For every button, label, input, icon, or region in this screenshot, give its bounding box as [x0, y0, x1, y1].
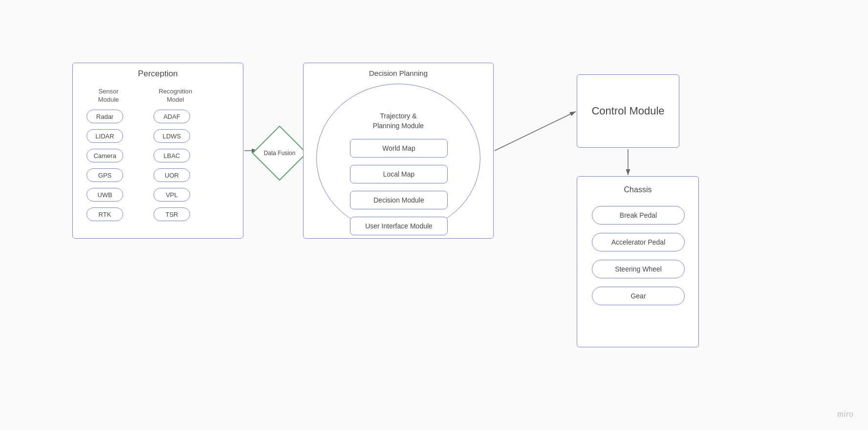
data-fusion-diamond	[252, 125, 307, 181]
pill-radar[interactable]: Radar	[87, 110, 123, 123]
pill-tsr[interactable]: TSR	[153, 207, 190, 221]
control-module-title: Control Module	[591, 105, 664, 117]
decision-module-item[interactable]: Decision Module	[350, 191, 448, 209]
pill-rtk[interactable]: RTK	[87, 207, 123, 221]
recognition-label: RecognitionModel	[153, 88, 197, 104]
decision-planning-box: Decision Planning Trajectory &Planning M…	[303, 63, 494, 239]
pill-vpl[interactable]: VPL	[153, 188, 190, 202]
local-map-item[interactable]: Local Map	[350, 165, 448, 183]
miro-watermark: miro	[837, 409, 853, 419]
pill-adaf[interactable]: ADAF	[153, 110, 190, 123]
accelerator-pedal-pill[interactable]: Accelerator Pedal	[592, 233, 685, 251]
gear-pill[interactable]: Gear	[592, 287, 685, 305]
trajectory-label: Trajectory &Planning Module	[373, 112, 424, 131]
chassis-box: Chassis Break Pedal Accelerator Pedal St…	[577, 176, 699, 347]
pill-camera[interactable]: Camera	[87, 149, 123, 162]
steering-wheel-pill[interactable]: Steering Wheel	[592, 260, 685, 278]
world-map-item[interactable]: World Map	[350, 139, 448, 158]
perception-box: Perception SensorModule RecognitionModel…	[72, 63, 243, 239]
control-module-box: Control Module	[577, 74, 679, 148]
pill-gps[interactable]: GPS	[87, 168, 123, 182]
pill-uwb[interactable]: UWB	[87, 188, 123, 202]
trajectory-circle: Trajectory &Planning Module World Map Lo…	[316, 84, 480, 233]
sensor-label: SensorModule	[91, 88, 126, 104]
pill-lidar[interactable]: LIDAR	[87, 129, 123, 143]
data-fusion-wrap: Data Fusion	[258, 131, 302, 175]
brake-pedal-pill[interactable]: Break Pedal	[592, 206, 685, 225]
ui-module-item[interactable]: User Interface Module	[350, 217, 448, 235]
pill-ldws[interactable]: LDWS	[153, 129, 190, 143]
perception-title: Perception	[138, 69, 177, 79]
canvas: Perception SensorModule RecognitionModel…	[0, 0, 868, 430]
svg-line-3	[495, 112, 576, 151]
pill-lbac[interactable]: LBAC	[153, 149, 190, 162]
pill-uor[interactable]: UOR	[153, 168, 190, 182]
decision-planning-title: Decision Planning	[369, 69, 428, 77]
chassis-title: Chassis	[624, 185, 652, 194]
